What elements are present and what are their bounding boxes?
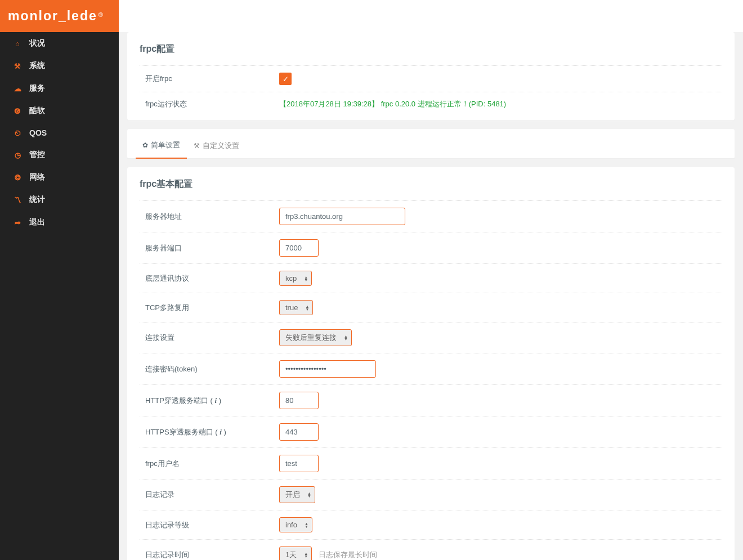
row-token: 连接密码(token)	[140, 353, 722, 384]
label-http-port: HTTP穿透服务端口 ( i )	[140, 396, 279, 406]
tabs: ✿ 简单设置 ⚒ 自定义设置	[127, 129, 735, 159]
row-tcp-mux: TCP多路复用 true ▲▼	[140, 293, 722, 322]
sidebar-item-0[interactable]: ⌂状况	[0, 32, 119, 55]
label-token: 连接密码(token)	[140, 364, 279, 374]
row-user: frpc用户名	[140, 447, 722, 479]
chevron-updown-icon: ▲▼	[305, 305, 309, 311]
label-log-level: 日志记录等级	[140, 520, 279, 530]
row-server-addr: 服务器地址	[140, 200, 722, 232]
select-conn-setting[interactable]: 失败后重复连接 ▲▼	[279, 329, 352, 346]
tools-icon: ⚒	[194, 142, 200, 150]
input-server-addr[interactable]	[279, 208, 405, 225]
row-http-port: HTTP穿透服务端口 ( i )	[140, 384, 722, 416]
panel-title-basic: frpc基本配置	[140, 178, 722, 190]
select-log[interactable]: 开启 ▲▼	[279, 486, 315, 503]
sidebar-item-8[interactable]: ➦退出	[0, 211, 119, 234]
row-log-days: 日志记录时间 1天 ▲▼ 日志保存最长时间	[140, 539, 722, 560]
tab-custom-label: 自定义设置	[203, 141, 239, 151]
select-protocol[interactable]: kcp ▲▼	[279, 271, 312, 286]
select-log-level-value: info	[285, 521, 297, 529]
tab-simple-label: 简单设置	[151, 140, 180, 150]
label-log-days: 日志记录时间	[140, 550, 279, 560]
globe-icon: ❂	[14, 173, 21, 182]
row-conn-setting: 连接设置 失败后重复连接 ▲▼	[140, 322, 722, 353]
sidebar-item-label: 管控	[29, 150, 45, 160]
row-https-port: HTTPS穿透服务端口 ( i )	[140, 416, 722, 447]
row-frpc-status: frpc运行状态 【2018年07月28日 19:39:28】 frpc 0.2…	[140, 92, 722, 116]
sidebar-item-label: 酷软	[29, 106, 45, 116]
brand-text: monlor_lede	[8, 8, 97, 24]
weibo-icon: ❻	[14, 107, 21, 115]
select-tcp-mux[interactable]: true ▲▼	[279, 300, 313, 315]
tab-simple[interactable]: ✿ 简单设置	[136, 136, 187, 159]
label-conn-setting: 连接设置	[140, 333, 279, 343]
log-days-hint: 日志保存最长时间	[319, 550, 377, 559]
tab-custom[interactable]: ⚒ 自定义设置	[187, 136, 246, 159]
sidebar: ⌂状况⚒系统☁服务❻酷软⏲QOS◷管控❂网络〽统计➦退出	[0, 32, 119, 560]
check-icon: ✓	[283, 75, 289, 83]
label-protocol: 底层通讯协议	[140, 274, 279, 284]
input-user[interactable]	[279, 455, 319, 472]
main-content: frpc配置 开启frpc ✓ frpc运行状态 【2018年07月28日 19…	[119, 32, 743, 560]
label-server-port: 服务器端口	[140, 243, 279, 253]
label-user: frpc用户名	[140, 459, 279, 469]
sidebar-item-2[interactable]: ☁服务	[0, 77, 119, 100]
sidebar-item-4[interactable]: ⏲QOS	[0, 122, 119, 144]
select-tcp-mux-value: true	[285, 303, 298, 312]
brand-sup: ®	[99, 11, 104, 18]
select-log-level[interactable]: info ▲▼	[279, 517, 312, 532]
chevron-updown-icon: ▲▼	[304, 552, 308, 558]
cloud-icon: ☁	[14, 84, 21, 93]
tools-icon: ⚒	[14, 62, 21, 70]
sidebar-item-label: 统计	[29, 195, 45, 205]
tabs-panel: ✿ 简单设置 ⚒ 自定义设置	[127, 129, 735, 159]
brand-logo[interactable]: monlor_lede®	[0, 0, 119, 32]
input-https-port[interactable]	[279, 423, 319, 441]
select-log-days[interactable]: 1天 ▲▼	[279, 546, 312, 560]
select-log-value: 开启	[285, 490, 300, 500]
row-enable-frpc: 开启frpc ✓	[140, 65, 722, 92]
input-http-port[interactable]	[279, 392, 319, 409]
sidebar-item-label: 网络	[29, 172, 45, 182]
sidebar-item-label: 服务	[29, 83, 45, 93]
row-server-port: 服务器端口	[140, 232, 722, 263]
sidebar-item-label: 状况	[29, 38, 45, 48]
sidebar-item-6[interactable]: ❂网络	[0, 166, 119, 189]
sidebar-item-1[interactable]: ⚒系统	[0, 55, 119, 77]
chevron-updown-icon: ▲▼	[344, 335, 348, 341]
panel-frpc-basic: frpc基本配置 服务器地址 服务器端口 底层通讯协议 kcp ▲▼ TCP多路…	[127, 167, 735, 560]
checkbox-enable-frpc[interactable]: ✓	[279, 73, 292, 85]
select-conn-value: 失败后重复连接	[285, 333, 337, 343]
label-enable-frpc: 开启frpc	[140, 74, 279, 84]
panel-frpc-config: frpc配置 开启frpc ✓ frpc运行状态 【2018年07月28日 19…	[127, 32, 735, 120]
input-server-port[interactable]	[279, 239, 319, 257]
sidebar-item-3[interactable]: ❻酷软	[0, 100, 119, 122]
select-protocol-value: kcp	[285, 274, 297, 283]
label-https-port: HTTPS穿透服务端口 ( i )	[140, 427, 279, 437]
panel-title: frpc配置	[140, 43, 722, 55]
select-log-days-value: 1天	[285, 550, 297, 560]
sidebar-item-label: QOS	[29, 128, 47, 137]
status-text: 【2018年07月28日 19:39:28】 frpc 0.20.0 进程运行正…	[279, 100, 506, 108]
row-log: 日志记录 开启 ▲▼	[140, 479, 722, 510]
sidebar-item-7[interactable]: 〽统计	[0, 189, 119, 211]
gear-icon: ✿	[142, 141, 148, 149]
label-log: 日志记录	[140, 490, 279, 500]
label-frpc-status: frpc运行状态	[140, 99, 279, 109]
dashboard-icon: ⏲	[14, 129, 21, 137]
row-log-level: 日志记录等级 info ▲▼	[140, 510, 722, 539]
sidebar-item-5[interactable]: ◷管控	[0, 144, 119, 166]
logout-icon: ➦	[14, 218, 21, 227]
chart-icon: 〽	[14, 196, 21, 204]
sidebar-item-label: 系统	[29, 61, 45, 71]
label-server-addr: 服务器地址	[140, 212, 279, 222]
chevron-updown-icon: ▲▼	[304, 276, 308, 281]
topbar	[119, 0, 743, 32]
input-token[interactable]	[279, 360, 376, 378]
home-icon: ⌂	[14, 39, 21, 48]
sidebar-item-label: 退出	[29, 217, 45, 227]
label-tcp-mux: TCP多路复用	[140, 303, 279, 313]
clock-icon: ◷	[14, 151, 21, 159]
row-protocol: 底层通讯协议 kcp ▲▼	[140, 263, 722, 293]
chevron-updown-icon: ▲▼	[305, 522, 308, 528]
